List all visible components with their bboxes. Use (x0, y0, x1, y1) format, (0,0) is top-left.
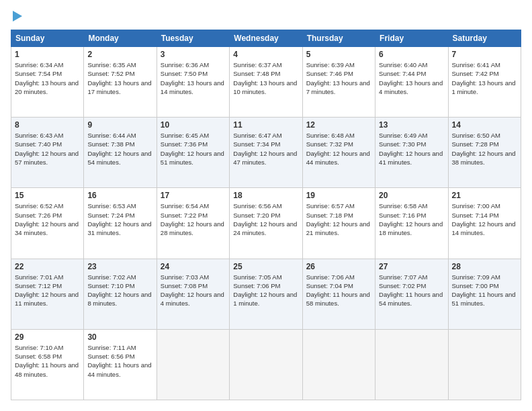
day-info: Sunrise: 6:50 AMSunset: 7:28 PMDaylight:… (452, 131, 517, 167)
day-info: Sunrise: 6:37 AMSunset: 7:48 PMDaylight:… (233, 60, 298, 96)
day-info: Sunrise: 6:47 AMSunset: 7:34 PMDaylight:… (233, 131, 298, 167)
day-header-friday: Friday (375, 30, 448, 47)
calendar-cell: 27Sunrise: 7:07 AMSunset: 7:02 PMDayligh… (375, 259, 448, 329)
day-info: Sunrise: 7:10 AMSunset: 6:58 PMDaylight:… (15, 343, 80, 379)
day-info: Sunrise: 7:00 AMSunset: 7:14 PMDaylight:… (452, 201, 517, 237)
calendar-cell: 8Sunrise: 6:43 AMSunset: 7:40 PMDaylight… (11, 118, 84, 188)
calendar-header-row: SundayMondayTuesdayWednesdayThursdayFrid… (11, 30, 521, 47)
day-number: 8 (15, 120, 80, 130)
day-number: 26 (306, 262, 371, 271)
calendar-cell: 16Sunrise: 6:53 AMSunset: 7:24 PMDayligh… (84, 188, 157, 259)
calendar-cell: 30Sunrise: 7:11 AMSunset: 6:56 PMDayligh… (84, 329, 157, 400)
calendar-cell: 11Sunrise: 6:47 AMSunset: 7:34 PMDayligh… (230, 118, 302, 188)
calendar-cell: 1Sunrise: 6:34 AMSunset: 7:54 PMDaylight… (11, 47, 84, 118)
calendar-cell: 2Sunrise: 6:35 AMSunset: 7:52 PMDaylight… (84, 47, 157, 118)
day-number: 19 (306, 191, 371, 200)
day-info: Sunrise: 7:03 AMSunset: 7:08 PMDaylight:… (161, 273, 226, 308)
day-number: 17 (161, 191, 226, 200)
day-info: Sunrise: 6:53 AMSunset: 7:24 PMDaylight:… (87, 201, 152, 237)
day-header-monday: Monday (84, 30, 157, 47)
calendar-cell: 29Sunrise: 7:10 AMSunset: 6:58 PMDayligh… (11, 329, 84, 400)
day-number: 23 (87, 262, 152, 271)
calendar-cell: 17Sunrise: 6:54 AMSunset: 7:22 PMDayligh… (157, 188, 229, 259)
day-info: Sunrise: 6:48 AMSunset: 7:32 PMDaylight:… (306, 131, 371, 167)
day-number: 18 (233, 191, 298, 200)
day-number: 10 (161, 120, 226, 130)
calendar-cell (448, 329, 521, 400)
calendar-cell: 5Sunrise: 6:39 AMSunset: 7:46 PMDaylight… (302, 47, 375, 118)
day-number: 4 (233, 50, 298, 59)
day-info: Sunrise: 6:52 AMSunset: 7:26 PMDaylight:… (15, 201, 80, 237)
calendar-cell: 22Sunrise: 7:01 AMSunset: 7:12 PMDayligh… (11, 259, 84, 329)
day-number: 16 (87, 191, 152, 200)
day-number: 30 (87, 332, 152, 342)
calendar-table: SundayMondayTuesdayWednesdayThursdayFrid… (11, 30, 521, 400)
calendar-cell: 9Sunrise: 6:44 AMSunset: 7:38 PMDaylight… (84, 118, 157, 188)
day-info: Sunrise: 6:54 AMSunset: 7:22 PMDaylight:… (161, 201, 226, 237)
calendar-cell: 20Sunrise: 6:58 AMSunset: 7:16 PMDayligh… (375, 188, 448, 259)
day-number: 7 (452, 50, 517, 59)
day-info: Sunrise: 7:09 AMSunset: 7:00 PMDaylight:… (452, 273, 517, 308)
day-info: Sunrise: 6:35 AMSunset: 7:52 PMDaylight:… (87, 60, 152, 96)
day-info: Sunrise: 7:06 AMSunset: 7:04 PMDaylight:… (306, 273, 371, 308)
calendar-cell: 6Sunrise: 6:40 AMSunset: 7:44 PMDaylight… (375, 47, 448, 118)
day-info: Sunrise: 6:43 AMSunset: 7:40 PMDaylight:… (15, 131, 80, 167)
calendar-cell: 23Sunrise: 7:02 AMSunset: 7:10 PMDayligh… (84, 259, 157, 329)
day-number: 15 (15, 191, 80, 200)
day-info: Sunrise: 6:39 AMSunset: 7:46 PMDaylight:… (306, 60, 371, 96)
calendar-cell: 13Sunrise: 6:49 AMSunset: 7:30 PMDayligh… (375, 118, 448, 188)
calendar-cell: 26Sunrise: 7:06 AMSunset: 7:04 PMDayligh… (302, 259, 375, 329)
day-number: 29 (15, 332, 80, 342)
day-info: Sunrise: 7:05 AMSunset: 7:06 PMDaylight:… (233, 273, 298, 308)
day-info: Sunrise: 6:49 AMSunset: 7:30 PMDaylight:… (379, 131, 444, 167)
calendar-week-row: 22Sunrise: 7:01 AMSunset: 7:12 PMDayligh… (11, 259, 521, 329)
day-info: Sunrise: 6:56 AMSunset: 7:20 PMDaylight:… (233, 201, 298, 237)
day-number: 2 (87, 50, 152, 59)
calendar-week-row: 8Sunrise: 6:43 AMSunset: 7:40 PMDaylight… (11, 118, 521, 188)
calendar-cell: 28Sunrise: 7:09 AMSunset: 7:00 PMDayligh… (448, 259, 521, 329)
day-info: Sunrise: 7:01 AMSunset: 7:12 PMDaylight:… (15, 273, 80, 308)
logo-arrow-icon (13, 11, 22, 21)
header (11, 11, 521, 23)
calendar-week-row: 29Sunrise: 7:10 AMSunset: 6:58 PMDayligh… (11, 329, 521, 400)
day-number: 6 (379, 50, 444, 59)
calendar-cell: 3Sunrise: 6:36 AMSunset: 7:50 PMDaylight… (157, 47, 229, 118)
day-header-sunday: Sunday (11, 30, 84, 47)
day-header-wednesday: Wednesday (230, 30, 302, 47)
day-number: 27 (379, 262, 444, 271)
calendar-cell: 24Sunrise: 7:03 AMSunset: 7:08 PMDayligh… (157, 259, 229, 329)
calendar-cell: 14Sunrise: 6:50 AMSunset: 7:28 PMDayligh… (448, 118, 521, 188)
calendar-cell: 12Sunrise: 6:48 AMSunset: 7:32 PMDayligh… (302, 118, 375, 188)
calendar-cell: 15Sunrise: 6:52 AMSunset: 7:26 PMDayligh… (11, 188, 84, 259)
calendar-cell (230, 329, 302, 400)
calendar-cell: 7Sunrise: 6:41 AMSunset: 7:42 PMDaylight… (448, 47, 521, 118)
day-number: 25 (233, 262, 298, 271)
calendar-week-row: 1Sunrise: 6:34 AMSunset: 7:54 PMDaylight… (11, 47, 521, 118)
day-header-thursday: Thursday (302, 30, 375, 47)
day-info: Sunrise: 6:34 AMSunset: 7:54 PMDaylight:… (15, 60, 80, 96)
day-number: 3 (161, 50, 226, 59)
day-number: 13 (379, 120, 444, 130)
calendar-cell: 18Sunrise: 6:56 AMSunset: 7:20 PMDayligh… (230, 188, 302, 259)
logo (11, 11, 22, 23)
calendar-cell (302, 329, 375, 400)
day-number: 21 (452, 191, 517, 200)
day-number: 5 (306, 50, 371, 59)
day-info: Sunrise: 6:40 AMSunset: 7:44 PMDaylight:… (379, 60, 444, 96)
day-header-tuesday: Tuesday (157, 30, 229, 47)
calendar-cell: 21Sunrise: 7:00 AMSunset: 7:14 PMDayligh… (448, 188, 521, 259)
day-number: 20 (379, 191, 444, 200)
day-info: Sunrise: 7:02 AMSunset: 7:10 PMDaylight:… (87, 273, 152, 308)
calendar-cell (157, 329, 229, 400)
day-info: Sunrise: 6:57 AMSunset: 7:18 PMDaylight:… (306, 201, 371, 237)
page: SundayMondayTuesdayWednesdayThursdayFrid… (0, 0, 532, 411)
day-header-saturday: Saturday (448, 30, 521, 47)
day-number: 12 (306, 120, 371, 130)
day-info: Sunrise: 6:45 AMSunset: 7:36 PMDaylight:… (161, 131, 226, 167)
day-number: 1 (15, 50, 80, 59)
day-info: Sunrise: 6:36 AMSunset: 7:50 PMDaylight:… (161, 60, 226, 96)
calendar-cell: 10Sunrise: 6:45 AMSunset: 7:36 PMDayligh… (157, 118, 229, 188)
calendar-cell: 19Sunrise: 6:57 AMSunset: 7:18 PMDayligh… (302, 188, 375, 259)
day-number: 9 (87, 120, 152, 130)
day-number: 24 (161, 262, 226, 271)
